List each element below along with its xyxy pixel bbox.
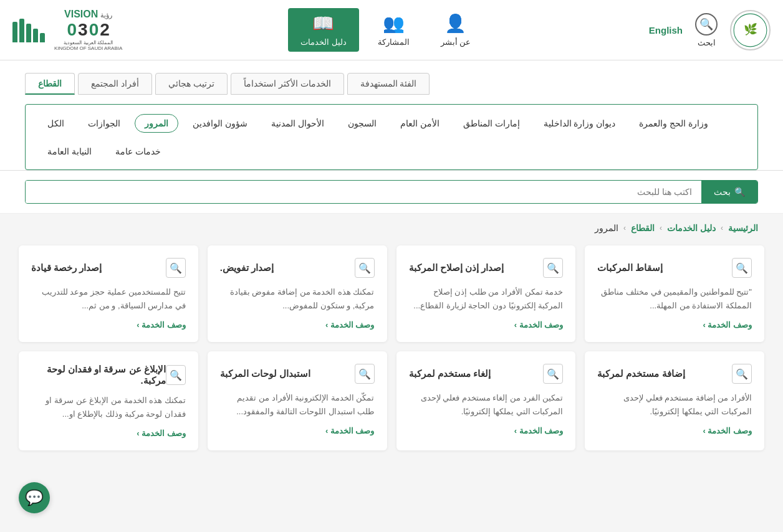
- card-search-icon-7[interactable]: 🔍: [166, 365, 186, 385]
- card-report-theft-desc: تمكنك هذه الخدمة من الإبلاغ عن سرقة او ف…: [31, 394, 186, 421]
- search-icon: 🔍: [695, 13, 718, 36]
- nav-participation-label: المشاركة: [378, 37, 410, 47]
- nav-absher[interactable]: 👤 عن أبشر: [428, 8, 484, 52]
- card-replace-plates-link[interactable]: وصف الخدمة: [220, 426, 375, 435]
- tab-community[interactable]: أفراد المجتمع: [78, 73, 152, 95]
- card-driving-license: 🔍 إصدار رخصة قيادة تتيح للمستخدمين عملية…: [19, 245, 198, 342]
- breadcrumb-sep-3: ›: [623, 224, 626, 232]
- card-vehicle-scrapping-header: 🔍 إسقاط المركبات: [597, 258, 752, 278]
- card-repair-permit-desc: خدمة تمكن الأفراد من طلب إذن إصلاح المرك…: [409, 285, 564, 313]
- english-link[interactable]: English: [649, 25, 683, 36]
- vision-3: 3: [78, 20, 88, 40]
- card-report-theft-title: الإبلاغ عن سرقة او فقدان لوحة مركبة.: [31, 364, 166, 386]
- logo: 🌿: [730, 10, 771, 50]
- service-guide-icon: 📖: [312, 13, 334, 34]
- tab-sort[interactable]: ترتيب هجائي: [155, 73, 228, 95]
- card-repair-permit-link[interactable]: وصف الخدمة: [409, 320, 564, 330]
- nav-service-guide-label: دليل الخدمات: [300, 37, 347, 47]
- sub-tabs-container: وزارة الحج والعمرة ديوان وزارة الداخلية …: [25, 104, 758, 170]
- breadcrumb-sep-1: ›: [721, 224, 723, 232]
- search-submit-icon: 🔍: [734, 187, 745, 197]
- main-tabs: الفئة المستهدفة الخدمات الأكثر استخداماً…: [25, 73, 758, 95]
- vision-2: 2: [100, 20, 110, 40]
- card-add-user-desc: الأفراد من إضافة مستخدم فعلي لإحدى المرك…: [597, 391, 752, 419]
- search-input[interactable]: [26, 181, 701, 203]
- card-vehicle-scrapping-title: إسقاط المركبات: [597, 262, 663, 273]
- card-search-icon-3[interactable]: 🔍: [166, 258, 186, 278]
- card-report-theft-link[interactable]: وصف الخدمة: [31, 429, 186, 438]
- card-repair-permit: 🔍 إصدار إذن إصلاح المركبة خدمة تمكن الأف…: [396, 245, 576, 342]
- card-search-icon-6[interactable]: 🔍: [355, 364, 375, 384]
- card-cancel-user-title: إلغاء مستخدم لمركبة: [409, 368, 491, 379]
- card-driving-license-link[interactable]: وصف الخدمة: [31, 320, 186, 330]
- header-right: 🌿 🔍 ابحث English: [649, 10, 771, 50]
- sub-tab-haj[interactable]: وزارة الحج والعمرة: [630, 114, 718, 133]
- card-repair-permit-title: إصدار إذن إصلاح المركبة: [409, 262, 504, 273]
- card-report-theft-header: 🔍 الإبلاغ عن سرقة او فقدان لوحة مركبة.: [31, 364, 186, 386]
- card-authorization-desc: تمكنك هذه الخدمة من إضافة مفوض بقيادة مر…: [220, 285, 375, 313]
- card-authorization-header: 🔍 إصدار تفويض.: [220, 258, 375, 278]
- card-replace-plates-desc: تمكّن الخدمة الإلكترونية الأفراد من تقدي…: [220, 391, 375, 419]
- card-cancel-user-link[interactable]: وصف الخدمة: [409, 426, 564, 435]
- header-nav: 👤 عن أبشر 👥 المشاركة 📖 دليل الخدمات: [288, 8, 483, 52]
- card-search-icon-1[interactable]: 🔍: [543, 258, 563, 278]
- emblem-icon: 🌿: [733, 13, 767, 47]
- sub-tab-prosecution[interactable]: النيابة العامة: [38, 143, 101, 160]
- vision-vision-text: VISION: [64, 9, 98, 20]
- breadcrumb-current: المرور: [595, 223, 618, 233]
- bar-1: [40, 33, 45, 42]
- vision-subtitle: المملكة العربية السعوديةKINGDOM OF SAUDI…: [54, 40, 122, 51]
- search-submit-button[interactable]: 🔍 بحث: [701, 181, 757, 203]
- sub-tab-traffic[interactable]: المرور: [135, 114, 178, 133]
- card-replace-plates: 🔍 استبدال لوحات المركبة تمكّن الخدمة الإ…: [208, 351, 387, 450]
- participation-icon: 👥: [383, 13, 405, 34]
- card-add-user-header: 🔍 إضافة مستخدم لمركبة: [597, 364, 752, 384]
- breadcrumb-home[interactable]: الرئيسية: [728, 223, 758, 233]
- nav-service-guide[interactable]: 📖 دليل الخدمات: [288, 8, 359, 52]
- bar-5: [12, 22, 17, 42]
- breadcrumb-guide[interactable]: دليل الخدمات: [667, 223, 716, 233]
- card-search-icon-5[interactable]: 🔍: [543, 364, 563, 384]
- sub-tab-public-security[interactable]: الأمن العام: [391, 114, 449, 133]
- search-button[interactable]: 🔍 ابحث: [695, 13, 718, 47]
- card-driving-license-title: إصدار رخصة قيادة: [31, 262, 102, 273]
- vision-0b: 0: [67, 20, 77, 40]
- card-vehicle-scrapping-link[interactable]: وصف الخدمة: [597, 320, 752, 330]
- sub-tab-interior[interactable]: ديوان وزارة الداخلية: [534, 114, 625, 133]
- tab-target-group[interactable]: الفئة المستهدفة: [347, 73, 430, 95]
- sub-tab-prisons[interactable]: السجون: [339, 114, 386, 133]
- tab-most-used[interactable]: الخدمات الأكثر استخداماً: [231, 73, 344, 95]
- svg-text:🌿: 🌿: [744, 22, 757, 36]
- sub-tab-expatriates[interactable]: شؤون الوافدين: [183, 114, 257, 133]
- card-search-icon-4[interactable]: 🔍: [732, 364, 752, 384]
- breadcrumb: الرئيسية › دليل الخدمات › القطاع › المرو…: [25, 223, 758, 233]
- card-cancel-user-desc: تمكين الفرد من إلغاء مستخدم فعلي لإحدى ا…: [409, 391, 564, 419]
- card-add-user-link[interactable]: وصف الخدمة: [597, 426, 752, 435]
- tab-sector[interactable]: القطاع: [25, 73, 75, 95]
- absher-icon: 👤: [444, 13, 466, 34]
- bar-2: [33, 29, 38, 42]
- sub-tab-public-services[interactable]: خدمات عامة: [106, 143, 170, 160]
- sub-tab-all[interactable]: الكل: [38, 114, 74, 133]
- card-authorization-link[interactable]: وصف الخدمة: [220, 320, 375, 330]
- breadcrumb-sector[interactable]: القطاع: [631, 223, 655, 233]
- header-left: رؤية VISION 2 0 3 0 المملكة العربية السع…: [12, 9, 122, 51]
- card-cancel-user: 🔍 إلغاء مستخدم لمركبة تمكين الفرد من إلغ…: [396, 351, 576, 450]
- card-authorization-title: إصدار تفويض.: [220, 262, 274, 273]
- card-search-icon-0[interactable]: 🔍: [732, 258, 752, 278]
- nav-participation[interactable]: 👥 المشاركة: [365, 8, 422, 52]
- vision-bars-icon: [12, 17, 45, 42]
- search-bar: 🔍 بحث: [25, 180, 758, 204]
- card-repair-permit-header: 🔍 إصدار إذن إصلاح المركبة: [409, 258, 564, 278]
- card-vehicle-scrapping: 🔍 إسقاط المركبات "تتيح للمواطنين والمقيم…: [585, 245, 764, 342]
- sub-tab-civil-affairs[interactable]: الأحوال المدنية: [262, 114, 334, 133]
- card-driving-license-desc: تتيح للمستخدمين عملية حجز موعد للتدريب ف…: [31, 285, 186, 313]
- nav-absher-label: عن أبشر: [441, 37, 471, 47]
- cards-grid: 🔍 إسقاط المركبات "تتيح للمواطنين والمقيم…: [19, 245, 764, 450]
- card-search-icon-2[interactable]: 🔍: [355, 258, 375, 278]
- bar-3: [26, 24, 31, 42]
- sub-tab-emirates[interactable]: إمارات المناطق: [454, 114, 529, 133]
- sub-tab-passports[interactable]: الجوازات: [79, 114, 130, 133]
- vision-title-label: رؤية: [100, 11, 112, 19]
- card-driving-license-header: 🔍 إصدار رخصة قيادة: [31, 258, 186, 278]
